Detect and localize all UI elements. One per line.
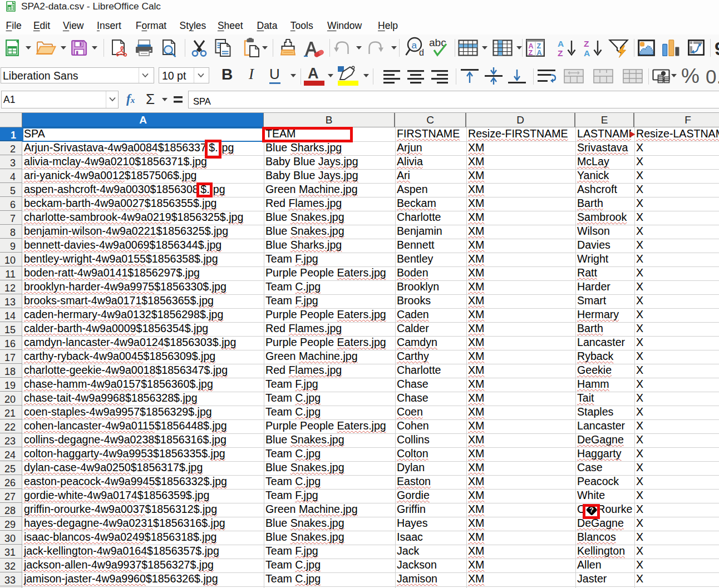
svg-text:Z: Z (558, 48, 563, 58)
svg-text:d: d (419, 48, 424, 57)
svg-text:A: A (558, 39, 564, 48)
svg-text:Z: Z (584, 39, 589, 48)
svg-text:Z: Z (529, 49, 533, 57)
svg-text:A: A (537, 49, 542, 57)
svg-text:a: a (412, 40, 417, 51)
svg-text:A: A (584, 48, 590, 58)
